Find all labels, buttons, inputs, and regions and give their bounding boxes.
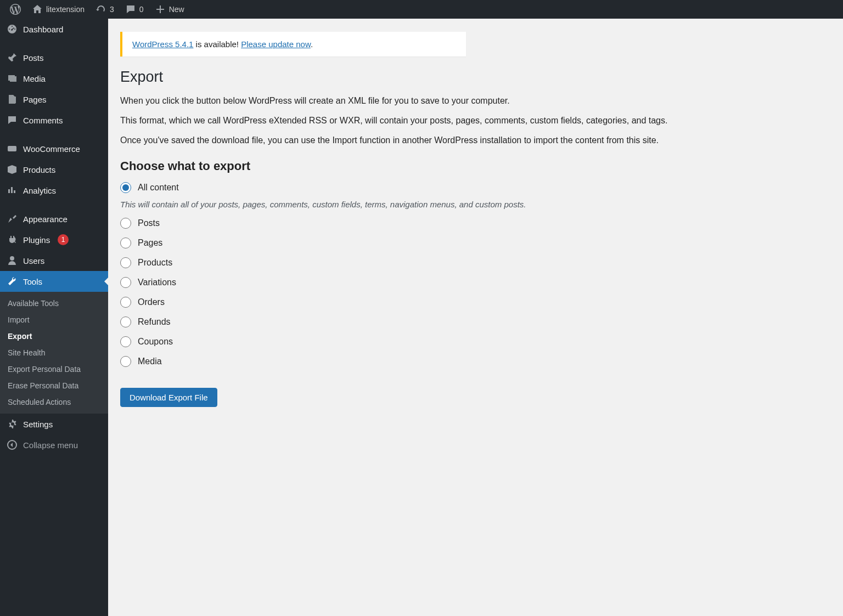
- option-products[interactable]: Products: [120, 257, 831, 268]
- update-icon: [95, 4, 106, 15]
- site-name-label: litextension: [46, 5, 85, 14]
- users-icon: [7, 255, 18, 266]
- settings-icon: [7, 419, 18, 429]
- option-pages-label: Pages: [138, 238, 162, 248]
- radio-refunds[interactable]: [120, 317, 131, 327]
- menu-media[interactable]: Media: [0, 68, 108, 89]
- comment-icon: [125, 4, 136, 15]
- menu-tools-label: Tools: [23, 277, 42, 286]
- radio-variations[interactable]: [120, 277, 131, 288]
- menu-analytics-label: Analytics: [23, 186, 56, 195]
- option-coupons[interactable]: Coupons: [120, 336, 831, 347]
- option-posts[interactable]: Posts: [120, 218, 831, 229]
- submenu-site-health[interactable]: Site Health: [0, 344, 108, 361]
- option-products-label: Products: [138, 258, 172, 268]
- menu-settings-label: Settings: [23, 420, 53, 429]
- menu-products-label: Products: [23, 165, 55, 174]
- pin-icon: [7, 52, 18, 63]
- plus-icon: [155, 4, 166, 15]
- option-all-content[interactable]: All content: [120, 182, 831, 193]
- dashboard-icon: [7, 24, 18, 35]
- option-orders-label: Orders: [138, 297, 165, 307]
- appearance-icon: [7, 213, 18, 224]
- menu-woocommerce[interactable]: WooCommerce: [0, 138, 108, 159]
- menu-posts-label: Posts: [23, 53, 44, 63]
- updates-count-label: 3: [110, 5, 114, 14]
- menu-appearance-label: Appearance: [23, 214, 68, 224]
- notice-tail: .: [311, 39, 313, 49]
- wp-logo-menu[interactable]: [4, 0, 26, 19]
- site-home-link[interactable]: litextension: [26, 0, 90, 19]
- new-content-link[interactable]: New: [149, 0, 190, 19]
- menu-users[interactable]: Users: [0, 250, 108, 271]
- pages-icon: [7, 94, 18, 105]
- svg-rect-0: [8, 146, 16, 151]
- menu-plugins[interactable]: Plugins 1: [0, 229, 108, 250]
- products-icon: [7, 164, 18, 175]
- desc-p2: This format, which we call WordPress eXt…: [120, 114, 831, 127]
- update-version-link[interactable]: WordPress 5.4.1: [132, 39, 193, 49]
- home-icon: [32, 4, 43, 15]
- option-media-label: Media: [138, 357, 162, 366]
- menu-media-label: Media: [23, 74, 46, 83]
- submenu-scheduled-actions[interactable]: Scheduled Actions: [0, 394, 108, 410]
- option-variations-label: Variations: [138, 278, 176, 287]
- woocommerce-icon: [7, 143, 18, 154]
- menu-pages[interactable]: Pages: [0, 89, 108, 110]
- submenu-export-personal-data[interactable]: Export Personal Data: [0, 361, 108, 377]
- radio-orders[interactable]: [120, 297, 131, 308]
- analytics-icon: [7, 185, 18, 196]
- menu-pages-label: Pages: [23, 95, 47, 104]
- submenu-erase-personal-data[interactable]: Erase Personal Data: [0, 377, 108, 394]
- plugins-icon: [7, 234, 18, 245]
- menu-woocommerce-label: WooCommerce: [23, 144, 80, 154]
- option-variations[interactable]: Variations: [120, 277, 831, 288]
- radio-products[interactable]: [120, 257, 131, 268]
- admin-sidebar: Dashboard Posts Media Pages Comments Woo…: [0, 19, 108, 429]
- menu-appearance[interactable]: Appearance: [0, 208, 108, 229]
- submenu-export[interactable]: Export: [0, 328, 108, 344]
- comments-count-label: 0: [139, 5, 144, 14]
- option-coupons-label: Coupons: [138, 337, 173, 347]
- menu-analytics[interactable]: Analytics: [0, 180, 108, 201]
- menu-products[interactable]: Products: [0, 159, 108, 180]
- radio-all-content[interactable]: [120, 182, 131, 193]
- menu-plugins-label: Plugins: [23, 235, 50, 245]
- page-title: Export: [120, 69, 831, 86]
- new-label: New: [169, 5, 184, 14]
- option-refunds[interactable]: Refunds: [120, 317, 831, 327]
- desc-p1: When you click the button below WordPres…: [120, 94, 831, 108]
- submenu-available-tools[interactable]: Available Tools: [0, 295, 108, 312]
- menu-posts[interactable]: Posts: [0, 47, 108, 68]
- menu-settings[interactable]: Settings: [0, 414, 108, 429]
- tools-submenu: Available Tools Import Export Site Healt…: [0, 292, 108, 414]
- update-now-link[interactable]: Please update now: [241, 39, 311, 49]
- option-pages[interactable]: Pages: [120, 238, 831, 248]
- tools-icon: [7, 276, 18, 287]
- radio-coupons[interactable]: [120, 336, 131, 347]
- download-export-button[interactable]: Download Export File: [120, 388, 217, 407]
- submenu-import[interactable]: Import: [0, 312, 108, 328]
- wordpress-icon: [10, 4, 21, 15]
- option-refunds-label: Refunds: [138, 317, 171, 327]
- menu-tools[interactable]: Tools: [0, 271, 108, 292]
- radio-media[interactable]: [120, 356, 131, 367]
- menu-dashboard[interactable]: Dashboard: [0, 19, 108, 39]
- radio-pages[interactable]: [120, 238, 131, 248]
- option-all-label: All content: [138, 183, 179, 193]
- radio-posts[interactable]: [120, 218, 131, 229]
- option-media[interactable]: Media: [120, 356, 831, 367]
- comments-link[interactable]: 0: [120, 0, 149, 19]
- updates-link[interactable]: 3: [90, 0, 120, 19]
- option-orders[interactable]: Orders: [120, 297, 831, 308]
- menu-users-label: Users: [23, 256, 44, 265]
- menu-comments[interactable]: Comments: [0, 110, 108, 131]
- plugins-badge: 1: [58, 234, 69, 245]
- desc-p3: Once you've saved the download file, you…: [120, 134, 831, 147]
- media-icon: [7, 73, 18, 84]
- notice-mid-text: is available!: [193, 39, 241, 49]
- menu-comments-label: Comments: [23, 116, 63, 125]
- comment-icon: [7, 115, 18, 126]
- choose-heading: Choose what to export: [120, 159, 831, 173]
- admin-toolbar: litextension 3 0 New: [0, 0, 843, 19]
